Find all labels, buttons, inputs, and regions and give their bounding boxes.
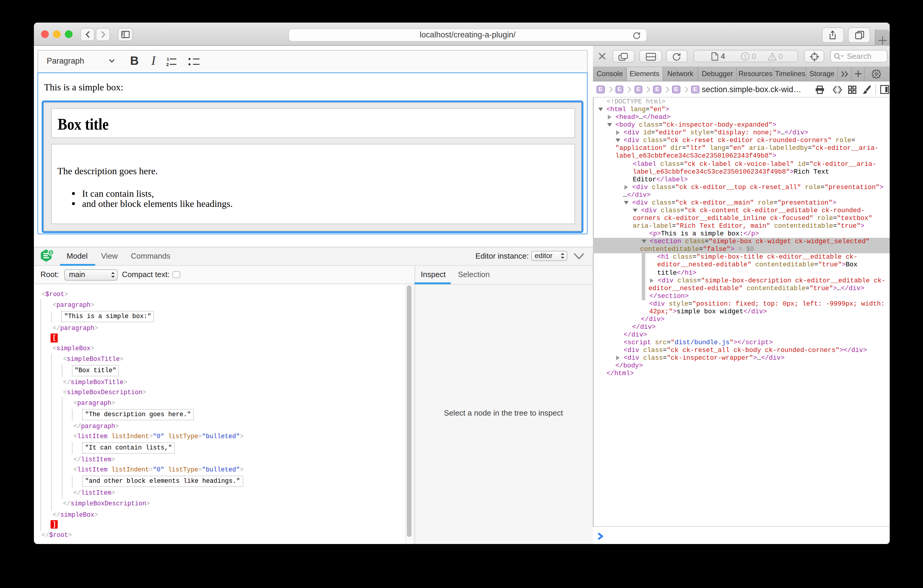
svg-text:5: 5 <box>49 250 52 255</box>
svg-text:1: 1 <box>166 56 169 61</box>
svg-text:2: 2 <box>166 62 169 66</box>
